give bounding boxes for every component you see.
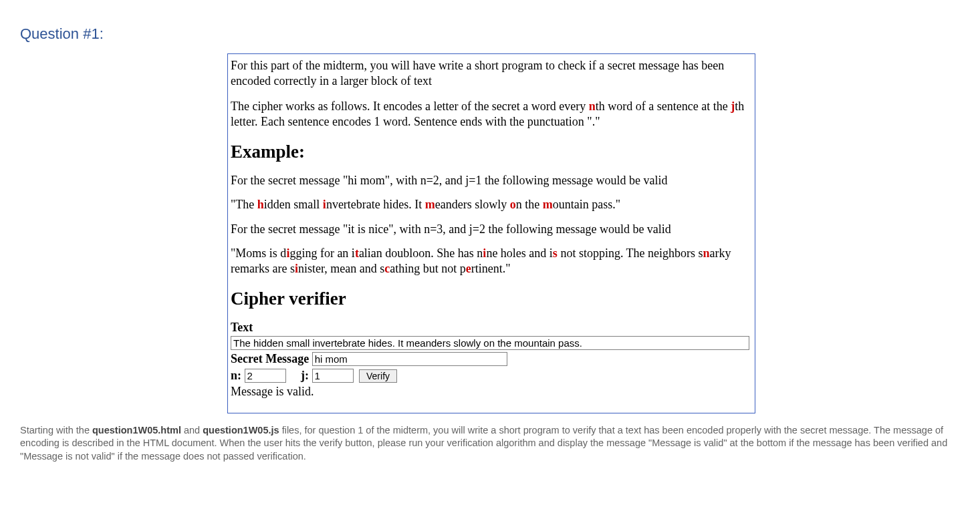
secret-label: Secret Message (231, 352, 309, 365)
text-span: Starting with the (20, 425, 92, 436)
n-input[interactable] (245, 369, 286, 383)
verify-button[interactable]: Verify (359, 369, 397, 383)
j-input[interactable] (312, 369, 354, 383)
example2-text: "Moms is digging for an italian doubloon… (231, 246, 752, 276)
verifier-heading: Cipher verifier (231, 288, 752, 311)
text-span: and (181, 425, 203, 436)
filename: question1W05.html (92, 425, 181, 436)
intro-paragraph-1: For this part of the midterm, you will h… (231, 58, 752, 88)
example-heading: Example: (231, 141, 752, 164)
example1-lead: For the secret message "hi mom", with n=… (231, 173, 752, 188)
text-label: Text (231, 321, 253, 334)
problem-frame: For this part of the midterm, you will h… (227, 53, 755, 413)
result-text: Message is valid. (231, 384, 752, 399)
intro-paragraph-2: The cipher works as follows. It encodes … (231, 99, 752, 129)
example1-text: "The hidden small invertebrate hides. It… (231, 197, 752, 212)
secret-input[interactable] (312, 352, 507, 366)
param-n: n (589, 100, 596, 113)
instructions-text: Starting with the question1W05.html and … (20, 424, 960, 464)
cipher-form: Text Secret Message n: j: Verify Message… (231, 320, 752, 399)
question-title: Question #1: (20, 25, 960, 43)
n-label: n: (231, 369, 241, 382)
example2-lead: For the secret message "it is nice", wit… (231, 222, 752, 237)
filename: question1W05.js (203, 425, 279, 436)
text-span: The cipher works as follows. It encodes … (231, 100, 589, 113)
j-label: j: (301, 369, 309, 382)
text-input[interactable] (231, 336, 749, 350)
text-span: th word of a sentence at the (596, 100, 731, 113)
